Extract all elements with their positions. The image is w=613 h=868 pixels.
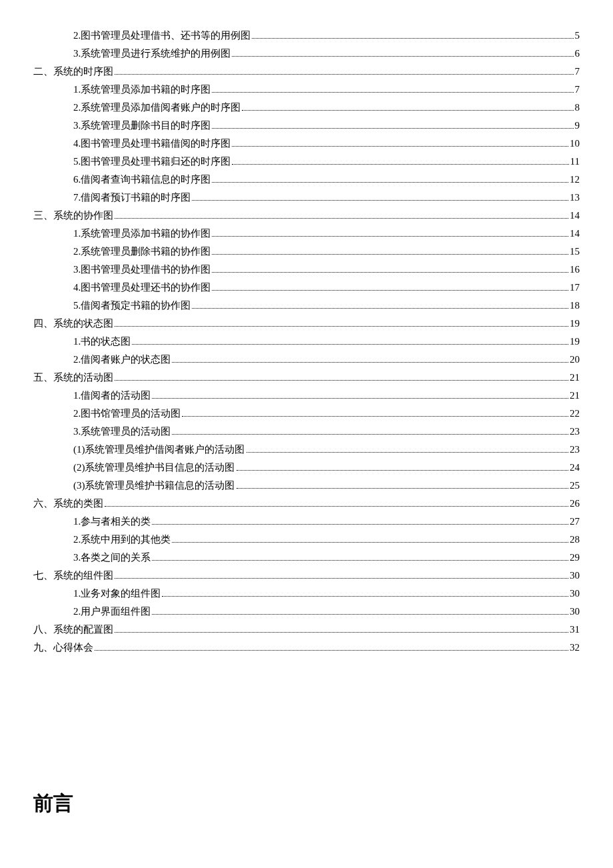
toc-entry[interactable]: 2.用户界面组件图30 [33, 603, 580, 621]
toc-entry-page: 31 [570, 621, 580, 639]
toc-leader-dots [212, 249, 568, 255]
toc-leader-dots [132, 339, 568, 345]
toc-entry-page: 30 [570, 567, 580, 585]
toc-entry[interactable]: 四、系统的状态图19 [33, 315, 580, 333]
toc-entry[interactable]: 4.图书管理员处理还书的协作图17 [33, 279, 580, 297]
toc-entry[interactable]: 3.各类之间的关系29 [33, 549, 580, 567]
toc-leader-dots [237, 483, 569, 489]
toc-entry-page: 8 [575, 99, 580, 117]
toc-entry[interactable]: 七、系统的组件图30 [33, 567, 580, 585]
toc-entry-label: 3.系统管理员进行系统维护的用例图 [73, 45, 231, 63]
toc-leader-dots [152, 393, 568, 399]
toc-entry-page: 14 [570, 207, 580, 225]
toc-entry-page: 21 [570, 387, 580, 405]
toc-leader-dots [242, 105, 573, 111]
toc-entry[interactable]: 2.系统管理员添加借阅者账户的时序图8 [33, 99, 580, 117]
toc-leader-dots [152, 519, 568, 525]
toc-entry-page: 23 [570, 423, 580, 441]
toc-entry[interactable]: 2.图书馆管理员的活动图22 [33, 405, 580, 423]
toc-leader-dots [152, 555, 568, 561]
toc-leader-dots [182, 411, 568, 417]
toc-entry[interactable]: 1.业务对象的组件图30 [33, 585, 580, 603]
toc-leader-dots [115, 375, 568, 381]
toc-entry-label: (1)系统管理员维护借阅者账户的活动图 [73, 441, 245, 459]
toc-leader-dots [247, 447, 569, 453]
toc-entry[interactable]: (1)系统管理员维护借阅者账户的活动图23 [33, 441, 580, 459]
toc-entry-page: 7 [575, 63, 580, 81]
toc-entry-page: 32 [570, 639, 580, 657]
toc-leader-dots [212, 123, 573, 129]
toc-entry[interactable]: (2)系统管理员维护书目信息的活动图24 [33, 459, 580, 477]
toc-entry-page: 19 [570, 315, 580, 333]
toc-entry[interactable]: 1.系统管理员添加书籍的时序图7 [33, 81, 580, 99]
toc-entry-label: 八、系统的配置图 [33, 621, 113, 639]
toc-leader-dots [152, 609, 568, 615]
toc-entry[interactable]: 八、系统的配置图31 [33, 621, 580, 639]
toc-entry-page: 30 [570, 603, 580, 621]
toc-entry[interactable]: 6.借阅者查询书籍信息的时序图12 [33, 171, 580, 189]
toc-leader-dots [232, 141, 568, 147]
toc-entry-page: 9 [575, 117, 580, 135]
toc-entry-label: 3.各类之间的关系 [73, 549, 151, 567]
toc-entry-label: 六、系统的类图 [33, 495, 103, 513]
toc-entry[interactable]: 3.系统管理员的活动图23 [33, 423, 580, 441]
toc-leader-dots [237, 465, 569, 471]
toc-entry[interactable]: 3.系统管理员进行系统维护的用例图6 [33, 45, 580, 63]
toc-entry[interactable]: 五、系统的活动图21 [33, 369, 580, 387]
toc-entry[interactable]: 2.系统中用到的其他类28 [33, 531, 580, 549]
toc-entry[interactable]: 六、系统的类图26 [33, 495, 580, 513]
toc-leader-dots [232, 51, 573, 57]
toc-entry-label: 2.系统管理员删除书籍的协作图 [73, 243, 211, 261]
toc-entry[interactable]: 3.系统管理员删除书目的时序图9 [33, 117, 580, 135]
toc-entry-label: 2.系统中用到的其他类 [73, 531, 171, 549]
toc-leader-dots [232, 159, 568, 165]
toc-entry-page: 16 [570, 261, 580, 279]
toc-leader-dots [192, 303, 568, 309]
toc-entry-page: 29 [570, 549, 580, 567]
toc-entry-label: 1.业务对象的组件图 [73, 585, 161, 603]
toc-entry-label: 二、系统的时序图 [33, 63, 113, 81]
toc-entry-label: 5.借阅者预定书籍的协作图 [73, 297, 191, 315]
toc-entry[interactable]: 5.借阅者预定书籍的协作图18 [33, 297, 580, 315]
toc-entry[interactable]: 1.书的状态图19 [33, 333, 580, 351]
toc-entry-page: 17 [570, 279, 580, 297]
toc-leader-dots [172, 537, 568, 543]
section-heading: 前言 [33, 790, 580, 817]
toc-entry-label: 6.借阅者查询书籍信息的时序图 [73, 171, 211, 189]
toc-entry-label: 五、系统的活动图 [33, 369, 113, 387]
toc-entry[interactable]: 1.系统管理员添加书籍的协作图14 [33, 225, 580, 243]
toc-entry-label: 三、系统的协作图 [33, 207, 113, 225]
toc-entry[interactable]: 三、系统的协作图14 [33, 207, 580, 225]
toc-leader-dots [212, 231, 568, 237]
toc-entry-label: 四、系统的状态图 [33, 315, 113, 333]
toc-leader-dots [115, 573, 568, 579]
toc-entry-page: 25 [570, 477, 580, 495]
toc-entry-label: 2.借阅者账户的状态图 [73, 351, 171, 369]
toc-entry[interactable]: 二、系统的时序图7 [33, 63, 580, 81]
toc-entry[interactable]: 3.图书管理员处理借书的协作图16 [33, 261, 580, 279]
toc-entry[interactable]: 5.图书管理员处理书籍归还的时序图11 [33, 153, 580, 171]
toc-entry-page: 30 [570, 585, 580, 603]
toc-entry[interactable]: (3)系统管理员维护书籍信息的活动图25 [33, 477, 580, 495]
toc-entry-page: 21 [570, 369, 580, 387]
toc-entry[interactable]: 2.图书管理员处理借书、还书等的用例图5 [33, 27, 580, 45]
toc-leader-dots [162, 591, 568, 597]
toc-entry[interactable]: 2.系统管理员删除书籍的协作图15 [33, 243, 580, 261]
body-paragraph: UML（Unified Modeling Language），即统一建模语言，是… [33, 864, 580, 868]
toc-entry[interactable]: 1.参与者相关的类27 [33, 513, 580, 531]
toc-leader-dots [212, 177, 568, 183]
toc-leader-dots [212, 267, 568, 273]
toc-entry-label: 1.书的状态图 [73, 333, 131, 351]
toc-entry[interactable]: 1.借阅者的活动图21 [33, 387, 580, 405]
toc-entry[interactable]: 2.借阅者账户的状态图20 [33, 351, 580, 369]
toc-entry[interactable]: 4.图书管理员处理书籍借阅的时序图10 [33, 135, 580, 153]
toc-leader-dots [105, 501, 568, 507]
toc-leader-dots [172, 429, 568, 435]
toc-entry-page: 10 [570, 135, 580, 153]
toc-entry-label: 1.参与者相关的类 [73, 513, 151, 531]
toc-leader-dots [115, 213, 568, 219]
toc-entry-page: 27 [570, 513, 580, 531]
toc-entry[interactable]: 7.借阅者预订书籍的时序图13 [33, 189, 580, 207]
toc-entry[interactable]: 九、心得体会32 [33, 639, 580, 657]
toc-entry-label: 4.图书管理员处理书籍借阅的时序图 [73, 135, 231, 153]
